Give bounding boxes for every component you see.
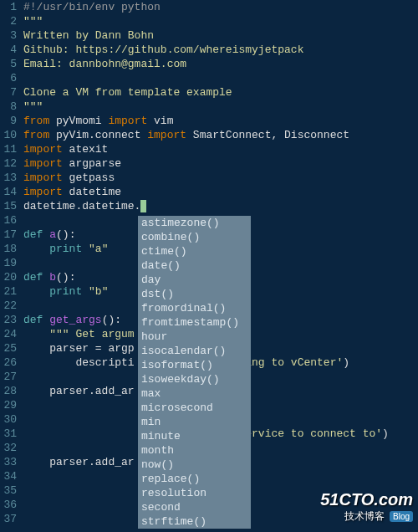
- watermark-logo-text: 51CTO.com: [320, 490, 413, 509]
- line-number: 31: [0, 427, 17, 441]
- line-number: 20: [0, 270, 17, 284]
- line-number: 36: [0, 498, 17, 512]
- watermark-subtitle: 技术博客: [344, 510, 385, 522]
- autocomplete-item[interactable]: isoweekday(): [138, 372, 251, 386]
- code-line[interactable]: #!/usr/bin/env python: [23, 0, 418, 14]
- line-number: 11: [0, 142, 17, 156]
- watermark-sub-row: 技术博客 Blog: [320, 509, 413, 524]
- line-number: 9: [0, 114, 17, 128]
- code-line[interactable]: datetime.datetime.: [23, 199, 418, 213]
- autocomplete-item[interactable]: now(): [138, 458, 251, 472]
- line-number: 23: [0, 313, 17, 327]
- autocomplete-item[interactable]: microsecond: [138, 401, 251, 415]
- line-number: 24: [0, 327, 17, 341]
- line-number: 15: [0, 199, 17, 213]
- autocomplete-item[interactable]: isocalendar(): [138, 344, 251, 358]
- line-number: 29: [0, 398, 17, 412]
- line-number: 6: [0, 71, 17, 85]
- line-number: 8: [0, 100, 17, 114]
- code-line[interactable]: Github: https://github.com/whereismyjetp…: [23, 43, 418, 57]
- code-line[interactable]: """: [23, 100, 418, 114]
- code-line[interactable]: import datetime: [23, 185, 418, 199]
- autocomplete-item[interactable]: resolution: [138, 486, 251, 500]
- line-number: 14: [0, 185, 17, 199]
- code-line[interactable]: Written by Dann Bohn: [23, 28, 418, 43]
- line-number: 37: [0, 512, 17, 526]
- line-number: 27: [0, 370, 17, 384]
- autocomplete-item[interactable]: second: [138, 500, 251, 514]
- line-number: 3: [0, 28, 17, 43]
- line-number: 12: [0, 156, 17, 171]
- line-number: 1: [0, 0, 17, 14]
- watermark-pill: Blog: [390, 511, 413, 522]
- autocomplete-item[interactable]: astimezone(): [138, 216, 251, 230]
- autocomplete-item[interactable]: ctime(): [138, 244, 251, 258]
- watermark-overlay: 51CTO.com 技术博客 Blog: [320, 490, 413, 524]
- autocomplete-item[interactable]: month: [138, 443, 251, 458]
- line-number: 7: [0, 85, 17, 100]
- autocomplete-item[interactable]: replace(): [138, 472, 251, 486]
- autocomplete-item[interactable]: day: [138, 273, 251, 287]
- line-number: 25: [0, 341, 17, 356]
- line-number: 19: [0, 256, 17, 270]
- autocomplete-item[interactable]: date(): [138, 258, 251, 273]
- line-number-gutter: 1234567891011121314151617181920212223242…: [0, 0, 23, 532]
- code-line[interactable]: """: [23, 14, 418, 28]
- line-number: 34: [0, 469, 17, 483]
- autocomplete-item[interactable]: combine(): [138, 230, 251, 244]
- autocomplete-item[interactable]: hour: [138, 330, 251, 344]
- code-line[interactable]: import argparse: [23, 156, 418, 171]
- line-number: 26: [0, 356, 17, 370]
- autocomplete-popup[interactable]: astimezone()combine()ctime()date()daydst…: [138, 216, 251, 529]
- line-number: 30: [0, 412, 17, 427]
- autocomplete-item[interactable]: strftime(): [138, 514, 251, 529]
- line-number: 21: [0, 284, 17, 299]
- code-line[interactable]: [23, 71, 418, 85]
- code-line[interactable]: from pyVmomi import vim: [23, 114, 418, 128]
- autocomplete-item[interactable]: fromtimestamp(): [138, 315, 251, 330]
- line-number: 2: [0, 14, 17, 28]
- autocomplete-item[interactable]: min: [138, 415, 251, 429]
- autocomplete-item[interactable]: isoformat(): [138, 358, 251, 372]
- code-line[interactable]: Email: dannbohn@gmail.com: [23, 57, 418, 71]
- line-number: 16: [0, 213, 17, 228]
- autocomplete-item[interactable]: max: [138, 386, 251, 401]
- line-number: 32: [0, 441, 17, 455]
- line-number: 28: [0, 384, 17, 398]
- code-line[interactable]: from pyVim.connect import SmartConnect, …: [23, 128, 418, 142]
- code-line[interactable]: import getpass: [23, 171, 418, 185]
- line-number: 4: [0, 43, 17, 57]
- line-number: 18: [0, 242, 17, 256]
- line-number: 33: [0, 455, 17, 469]
- autocomplete-item[interactable]: dst(): [138, 287, 251, 301]
- line-number: 17: [0, 228, 17, 242]
- code-line[interactable]: import atexit: [23, 142, 418, 156]
- text-cursor: [140, 200, 146, 212]
- line-number: 13: [0, 171, 17, 185]
- line-number: 35: [0, 483, 17, 498]
- code-line[interactable]: Clone a VM from template example: [23, 85, 418, 100]
- autocomplete-item[interactable]: fromordinal(): [138, 301, 251, 315]
- line-number: 10: [0, 128, 17, 142]
- line-number: 22: [0, 299, 17, 313]
- line-number: 5: [0, 57, 17, 71]
- autocomplete-item[interactable]: minute: [138, 429, 251, 443]
